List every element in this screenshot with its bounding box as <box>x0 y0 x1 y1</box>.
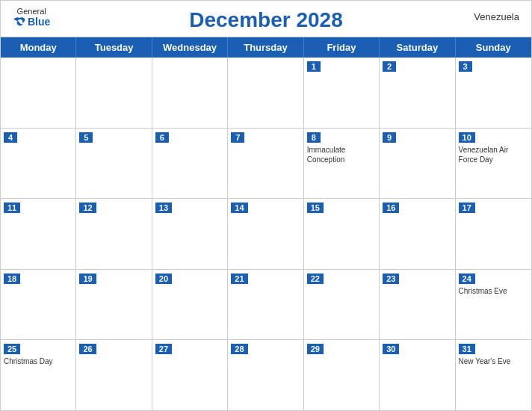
day-cell-18: 18 <box>1 270 76 340</box>
day-cell-26: 26 <box>76 340 152 410</box>
day-cell-1: 1 <box>304 58 380 128</box>
weeks-container: 12345678Immaculate Conception910Venezuel… <box>1 58 531 410</box>
day-cell-29: 29 <box>304 340 380 410</box>
day-number: 30 <box>383 344 399 354</box>
day-number: 23 <box>383 274 399 284</box>
day-number: 8 <box>307 132 321 143</box>
logo: General Blue <box>13 7 50 28</box>
day-number: 7 <box>231 132 244 143</box>
event-text: Immaculate Conception <box>307 145 376 164</box>
day-number: 20 <box>155 274 172 284</box>
day-number: 16 <box>383 203 399 213</box>
day-number: 25 <box>4 344 20 354</box>
event-text: Christmas Day <box>4 356 72 366</box>
week-row-4: 18192021222324Christmas Eve <box>1 270 531 341</box>
day-number: 13 <box>155 203 172 213</box>
day-number: 19 <box>79 274 96 284</box>
day-header-thursday: Thursday <box>228 37 303 58</box>
day-number: 15 <box>307 203 324 213</box>
day-cell-30: 30 <box>380 340 455 410</box>
day-header-sunday: Sunday <box>456 37 531 58</box>
day-cell-6: 6 <box>152 129 228 199</box>
day-cell-10: 10Venezuelan Air Force Day <box>456 129 531 199</box>
day-number: 18 <box>4 274 20 284</box>
day-cell-empty-2 <box>152 58 228 128</box>
day-number: 17 <box>459 203 475 213</box>
week-row-1: 123 <box>1 58 531 129</box>
day-cell-23: 23 <box>380 270 455 340</box>
event-text: Christmas Eve <box>459 286 528 296</box>
event-text: Venezuelan Air Force Day <box>459 145 528 164</box>
day-cell-14: 14 <box>228 199 303 269</box>
day-number: 24 <box>459 274 475 284</box>
day-number: 21 <box>231 274 247 284</box>
day-cell-20: 20 <box>152 270 228 340</box>
day-cell-19: 19 <box>76 270 152 340</box>
day-cell-27: 27 <box>152 340 228 410</box>
calendar-grid: MondayTuesdayWednesdayThursdayFridaySatu… <box>1 37 531 410</box>
day-cell-8: 8Immaculate Conception <box>304 129 380 199</box>
day-cell-24: 24Christmas Eve <box>456 270 531 340</box>
day-cell-4: 4 <box>1 129 76 199</box>
day-number: 12 <box>79 203 96 213</box>
day-cell-16: 16 <box>380 199 455 269</box>
day-header-tuesday: Tuesday <box>76 37 152 58</box>
day-cell-5: 5 <box>76 129 152 199</box>
day-header-friday: Friday <box>304 37 380 58</box>
day-cell-12: 12 <box>76 199 152 269</box>
day-number: 27 <box>155 344 172 354</box>
day-cell-9: 9 <box>380 129 455 199</box>
day-headers: MondayTuesdayWednesdayThursdayFridaySatu… <box>1 37 531 58</box>
week-row-5: 25Christmas Day262728293031New Year's Ev… <box>1 340 531 410</box>
day-cell-2: 2 <box>380 58 455 128</box>
day-number: 1 <box>307 61 321 72</box>
day-number: 14 <box>231 203 247 213</box>
day-cell-22: 22 <box>304 270 380 340</box>
logo-blue: Blue <box>13 16 50 28</box>
day-number: 29 <box>307 344 324 354</box>
day-number: 26 <box>79 344 96 354</box>
day-cell-31: 31New Year's Eve <box>456 340 531 410</box>
day-cell-empty-1 <box>76 58 152 128</box>
country-label: Venezuela <box>474 11 519 22</box>
day-number: 9 <box>383 132 396 143</box>
day-number: 11 <box>4 203 20 213</box>
day-number: 31 <box>459 344 475 354</box>
day-number: 4 <box>4 132 17 143</box>
day-number: 6 <box>155 132 169 143</box>
day-cell-3: 3 <box>456 58 531 128</box>
day-number: 2 <box>383 61 396 72</box>
day-number: 22 <box>307 274 324 284</box>
day-cell-28: 28 <box>228 340 303 410</box>
day-number: 5 <box>79 132 93 143</box>
day-cell-15: 15 <box>304 199 380 269</box>
day-cell-13: 13 <box>152 199 228 269</box>
logo-general: General <box>17 7 46 16</box>
day-header-wednesday: Wednesday <box>152 37 228 58</box>
day-number: 10 <box>459 132 475 143</box>
day-cell-25: 25Christmas Day <box>1 340 76 410</box>
day-cell-11: 11 <box>1 199 76 269</box>
week-row-2: 45678Immaculate Conception910Venezuelan … <box>1 129 531 200</box>
event-text: New Year's Eve <box>459 356 528 366</box>
week-row-3: 11121314151617 <box>1 199 531 270</box>
day-cell-empty-0 <box>1 58 76 128</box>
logo-bird-icon <box>13 16 26 27</box>
day-number: 28 <box>231 344 247 354</box>
day-cell-7: 7 <box>228 129 303 199</box>
day-header-monday: Monday <box>1 37 76 58</box>
day-header-saturday: Saturday <box>380 37 455 58</box>
day-cell-17: 17 <box>456 199 531 269</box>
month-title: December 2028 <box>189 8 342 32</box>
day-cell-21: 21 <box>228 270 303 340</box>
calendar-header: General Blue December 2028 Venezuela <box>1 1 531 37</box>
day-cell-empty-3 <box>228 58 303 128</box>
day-number: 3 <box>459 61 472 72</box>
calendar-container: General Blue December 2028 Venezuela Mon… <box>0 0 532 411</box>
